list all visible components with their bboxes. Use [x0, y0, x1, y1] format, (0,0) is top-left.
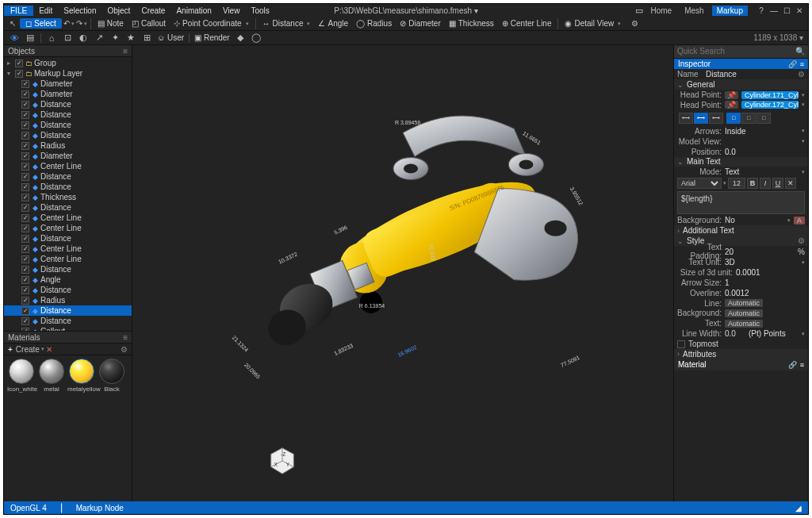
tool-diameter[interactable]: ⊘ Diameter: [396, 19, 444, 28]
objects-tree[interactable]: ▸🗀Group▾🗀Markup Layer◆Diameter◆Diameter◆…: [4, 57, 132, 331]
head2-dd-icon[interactable]: ▾: [802, 102, 805, 108]
search-icon[interactable]: 🔍: [795, 47, 805, 56]
section-main-text[interactable]: Main Text: [674, 157, 808, 167]
menu-view[interactable]: View: [217, 6, 246, 16]
menu-selection[interactable]: Selection: [58, 6, 102, 16]
head2-tag[interactable]: Cylinder.172_Cylinder.072: [741, 101, 799, 109]
section-additional-text[interactable]: Additional Text: [674, 225, 808, 236]
tool-note[interactable]: ▤ Note: [94, 19, 127, 28]
render-dropdown[interactable]: ▣ Render: [194, 33, 230, 42]
tree-item[interactable]: ◆Distance: [4, 233, 132, 244]
material-panel-header[interactable]: Material 🔗≡: [674, 359, 808, 370]
render-opt1-icon[interactable]: ◆: [235, 33, 246, 44]
tool-thickness[interactable]: ▦ Thickness: [446, 19, 497, 28]
tool-angle[interactable]: ∠ Angle: [315, 19, 351, 28]
grid-icon[interactable]: ⊞: [141, 33, 152, 44]
tree-item[interactable]: ◆Center Line: [4, 244, 132, 254]
material-black[interactable]: Black: [98, 359, 126, 393]
head1-dd-icon[interactable]: ▾: [802, 92, 805, 98]
tab-mesh[interactable]: Mesh: [680, 6, 708, 16]
help-icon[interactable]: ?: [756, 6, 767, 15]
toolbar-settings-icon[interactable]: ⚙: [629, 18, 640, 29]
fit-icon[interactable]: ⊡: [62, 33, 73, 44]
star-icon[interactable]: ★: [125, 33, 136, 44]
tree-item[interactable]: ◆Center Line: [4, 213, 132, 223]
tree-item[interactable]: ◆Diameter: [4, 89, 132, 99]
section-attributes[interactable]: Attributes: [674, 349, 808, 359]
tool-point-coordinate[interactable]: ⊹ Point Coordinate: [170, 19, 252, 28]
arrows-value[interactable]: Inside: [725, 127, 799, 136]
tree-item[interactable]: ◆Thickness: [4, 192, 132, 202]
section-general[interactable]: General: [674, 79, 808, 90]
materials-menu-icon[interactable]: ≡: [123, 333, 128, 342]
position-value[interactable]: 0.0: [725, 148, 805, 156]
bg-badge[interactable]: A: [794, 217, 805, 224]
line-value[interactable]: Automatic: [725, 299, 763, 307]
expression-input[interactable]: ${length}: [677, 191, 805, 213]
text-value[interactable]: Automatic: [725, 320, 763, 328]
name-settings-icon[interactable]: ⚙: [798, 70, 805, 79]
bg-value[interactable]: No: [725, 216, 784, 224]
material-icon-white[interactable]: Icon_white: [7, 359, 36, 393]
size3d-value[interactable]: 0.0001: [736, 268, 805, 277]
viewport-size[interactable]: 1189 x 1038 ▾: [753, 33, 803, 42]
inspector-menu-icon[interactable]: ≡: [800, 60, 804, 68]
overline-value[interactable]: 0.0012: [725, 289, 805, 297]
menu-animation[interactable]: Animation: [170, 6, 216, 16]
tree-item[interactable]: ◆Angle: [4, 274, 132, 285]
viewport-3d[interactable]: S/N: PD0876988875 77.5091 16.9602 1.8323…: [132, 45, 673, 501]
tab-home[interactable]: Home: [646, 6, 677, 16]
mode-value[interactable]: Text: [725, 167, 799, 176]
axis-cube[interactable]: -Z X Y: [267, 446, 297, 476]
underline-button[interactable]: U: [772, 178, 783, 189]
menu-tools[interactable]: Tools: [245, 6, 274, 16]
tree-item[interactable]: ◆Diameter: [4, 151, 132, 161]
tree-item[interactable]: ◆Distance: [4, 264, 132, 274]
add-material-icon[interactable]: +: [8, 345, 13, 354]
tree-item[interactable]: ◆Distance: [4, 316, 132, 326]
lw-value[interactable]: 0.0: [725, 329, 745, 338]
tree-item[interactable]: ◆Center Line: [4, 223, 132, 233]
render-opt2-icon[interactable]: ◯: [251, 33, 262, 44]
search-input[interactable]: [677, 47, 795, 56]
resize-grip-icon[interactable]: ◢: [795, 504, 802, 512]
menu-create[interactable]: Create: [136, 6, 170, 16]
tree-item[interactable]: ◆Radius: [4, 295, 132, 305]
create-material[interactable]: Create: [16, 345, 40, 354]
materials-settings-icon[interactable]: ⚙: [121, 345, 128, 354]
cursor-icon[interactable]: ↖: [7, 18, 18, 29]
style-settings-icon[interactable]: ⚙: [798, 236, 805, 245]
link-icon[interactable]: 🔗: [788, 60, 797, 68]
tab-markup[interactable]: Markup: [712, 6, 748, 16]
topmost-checkbox[interactable]: [677, 340, 685, 348]
pin-icon[interactable]: 📌: [725, 91, 738, 99]
tree-item[interactable]: ◆Distance: [4, 305, 132, 316]
tool-callout[interactable]: ◰ Callout: [128, 19, 169, 28]
strike-button[interactable]: ✕: [785, 178, 796, 189]
unit-value[interactable]: 3D: [725, 258, 799, 267]
dim-style-seg1[interactable]: ⟷⟷⟷: [679, 113, 723, 124]
arrowsize-value[interactable]: 1: [725, 278, 805, 287]
italic-button[interactable]: I: [760, 178, 771, 189]
minimize-icon[interactable]: —: [768, 6, 779, 15]
tree-item[interactable]: ◆Distance: [4, 182, 132, 192]
tree-item[interactable]: ◆Center Line: [4, 161, 132, 171]
nav1-icon[interactable]: ◐: [78, 33, 89, 44]
redo-icon[interactable]: ↷: [76, 18, 87, 29]
dim-style-seg2[interactable]: □□□: [726, 113, 771, 124]
font-select[interactable]: Arial: [677, 178, 722, 189]
maximize-icon[interactable]: ☐: [781, 6, 792, 15]
tree-item[interactable]: ◆Distance: [4, 120, 132, 130]
menu-object[interactable]: Object: [102, 6, 136, 16]
tool-radius[interactable]: ◯ Radius: [353, 19, 395, 28]
tree-item[interactable]: ◆Distance: [4, 109, 132, 120]
tree-item[interactable]: ◆Diameter: [4, 79, 132, 89]
tree-item[interactable]: ◆Distance: [4, 171, 132, 182]
delete-material-icon[interactable]: ✕: [46, 345, 52, 354]
tree-item[interactable]: ◆Radius: [4, 140, 132, 151]
user-dropdown[interactable]: ☺ User: [157, 33, 184, 42]
select-tool[interactable]: ◻ Select: [20, 18, 62, 29]
bold-button[interactable]: B: [747, 178, 758, 189]
tool-center-line[interactable]: ⊕ Center Line: [499, 19, 555, 28]
material-metal[interactable]: metal: [37, 359, 66, 393]
